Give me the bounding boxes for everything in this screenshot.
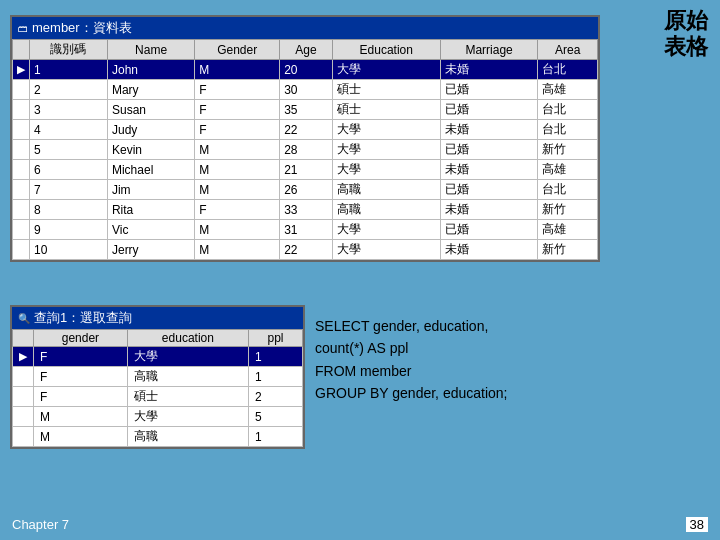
- cell-id: 8: [30, 200, 108, 220]
- cell-gender: M: [195, 240, 280, 260]
- cell-gender: M: [195, 140, 280, 160]
- query-row: M 大學 5: [13, 407, 303, 427]
- row-indicator: [13, 160, 30, 180]
- cell-education: 大學: [332, 220, 440, 240]
- cell-area: 新竹: [538, 200, 598, 220]
- cell-marriage: 未婚: [440, 240, 538, 260]
- cell-name: Jerry: [107, 240, 194, 260]
- row-indicator: [13, 200, 30, 220]
- query-row: ▶ F 大學 1: [13, 347, 303, 367]
- cell-gender: F: [195, 120, 280, 140]
- query-row: F 高職 1: [13, 367, 303, 387]
- row-indicator: [13, 140, 30, 160]
- q-cell-ppl: 2: [248, 387, 302, 407]
- row-indicator: ▶: [13, 60, 30, 80]
- cell-age: 21: [280, 160, 333, 180]
- q-col-gender: gender: [34, 330, 128, 347]
- q-cell-education: 碩士: [127, 387, 248, 407]
- row-indicator: [13, 80, 30, 100]
- cell-education: 大學: [332, 160, 440, 180]
- q-row-indicator: [13, 387, 34, 407]
- q-row-indicator: ▶: [13, 347, 34, 367]
- cell-marriage: 已婚: [440, 140, 538, 160]
- top-label: 原始 表格: [664, 8, 708, 61]
- cell-age: 22: [280, 120, 333, 140]
- cell-id: 10: [30, 240, 108, 260]
- q-cell-gender: F: [34, 367, 128, 387]
- q-col-ppl: ppl: [248, 330, 302, 347]
- q-cell-gender: F: [34, 387, 128, 407]
- row-indicator: [13, 100, 30, 120]
- main-table-title-bar: 🗃 member：資料表: [12, 17, 598, 39]
- cell-marriage: 未婚: [440, 200, 538, 220]
- main-data-table: 識別碼 Name Gender Age Education Marriage A…: [12, 39, 598, 260]
- cell-age: 31: [280, 220, 333, 240]
- col-marriage: Marriage: [440, 40, 538, 60]
- cell-id: 7: [30, 180, 108, 200]
- cell-id: 1: [30, 60, 108, 80]
- cell-education: 大學: [332, 240, 440, 260]
- q-cell-gender: M: [34, 407, 128, 427]
- cell-education: 高職: [332, 200, 440, 220]
- col-name: Name: [107, 40, 194, 60]
- q-cell-education: 高職: [127, 367, 248, 387]
- row-indicator: [13, 220, 30, 240]
- cell-age: 28: [280, 140, 333, 160]
- col-gender: Gender: [195, 40, 280, 60]
- cell-age: 30: [280, 80, 333, 100]
- q-cell-education: 大學: [127, 407, 248, 427]
- cell-marriage: 已婚: [440, 180, 538, 200]
- cell-id: 9: [30, 220, 108, 240]
- cell-id: 5: [30, 140, 108, 160]
- q-cell-gender: M: [34, 427, 128, 447]
- q-cell-gender: F: [34, 347, 128, 367]
- page-number: 38: [686, 517, 708, 532]
- cell-area: 台北: [538, 60, 598, 80]
- cell-name: John: [107, 60, 194, 80]
- cell-marriage: 未婚: [440, 160, 538, 180]
- cell-age: 35: [280, 100, 333, 120]
- cell-name: Susan: [107, 100, 194, 120]
- q-cell-education: 大學: [127, 347, 248, 367]
- q-col-indicator: [13, 330, 34, 347]
- cell-education: 大學: [332, 60, 440, 80]
- cell-area: 新竹: [538, 240, 598, 260]
- query-title-bar: 🔍 查詢1：選取查詢: [12, 307, 303, 329]
- table-row: 5 Kevin M 28 大學 已婚 新竹: [13, 140, 598, 160]
- cell-name: Judy: [107, 120, 194, 140]
- col-education: Education: [332, 40, 440, 60]
- row-indicator: [13, 120, 30, 140]
- cell-area: 台北: [538, 180, 598, 200]
- row-indicator: [13, 180, 30, 200]
- main-table-container: 🗃 member：資料表 識別碼 Name Gender Age Educati…: [10, 15, 600, 262]
- sql-block: SELECT gender, education, count(*) AS pp…: [315, 315, 508, 405]
- cell-marriage: 已婚: [440, 100, 538, 120]
- col-area: Area: [538, 40, 598, 60]
- cell-area: 台北: [538, 100, 598, 120]
- table-row: 2 Mary F 30 碩士 已婚 高雄: [13, 80, 598, 100]
- row-indicator: [13, 240, 30, 260]
- cell-area: 新竹: [538, 140, 598, 160]
- q-cell-ppl: 1: [248, 427, 302, 447]
- cell-name: Kevin: [107, 140, 194, 160]
- cell-name: Mary: [107, 80, 194, 100]
- q-cell-ppl: 5: [248, 407, 302, 427]
- cell-gender: M: [195, 220, 280, 240]
- cell-gender: F: [195, 100, 280, 120]
- q-cell-ppl: 1: [248, 347, 302, 367]
- cell-gender: F: [195, 200, 280, 220]
- cell-education: 大學: [332, 120, 440, 140]
- cell-marriage: 已婚: [440, 80, 538, 100]
- table-row: 6 Michael M 21 大學 未婚 高雄: [13, 160, 598, 180]
- cell-name: Michael: [107, 160, 194, 180]
- cell-age: 22: [280, 240, 333, 260]
- cell-name: Rita: [107, 200, 194, 220]
- query-table-container: 🔍 查詢1：選取查詢 gender education ppl ▶ F 大學 1…: [10, 305, 305, 449]
- cell-id: 3: [30, 100, 108, 120]
- q-col-education: education: [127, 330, 248, 347]
- cell-age: 20: [280, 60, 333, 80]
- cell-name: Jim: [107, 180, 194, 200]
- table-row: 9 Vic M 31 大學 已婚 高雄: [13, 220, 598, 240]
- q-row-indicator: [13, 367, 34, 387]
- table-row: 4 Judy F 22 大學 未婚 台北: [13, 120, 598, 140]
